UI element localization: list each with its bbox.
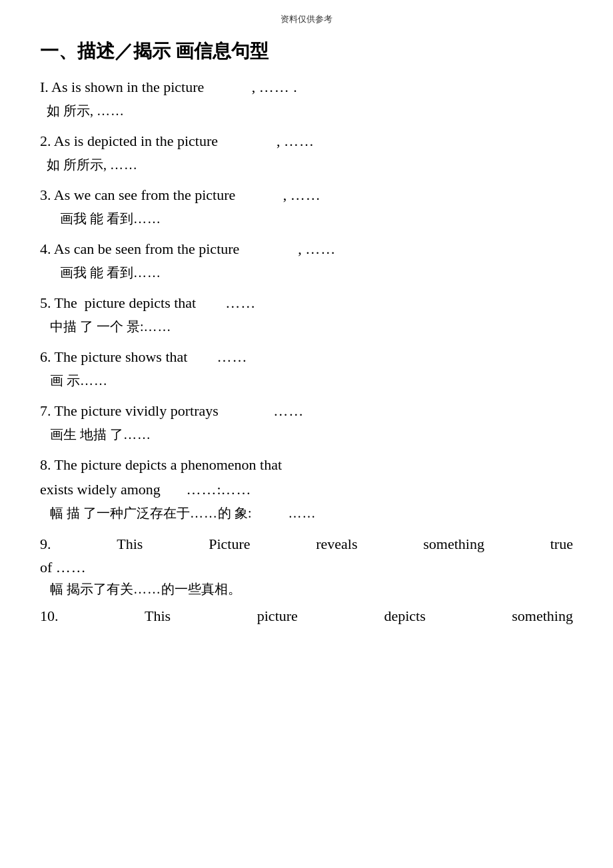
- sentence-9-word-picture: Picture: [209, 532, 250, 556]
- header-note: 资料仅供参考: [40, 13, 573, 25]
- sentence-6-chinese: 画 示……: [40, 370, 573, 390]
- sentence-5: 5. The picture depicts that …… 中描 了 一个 景…: [40, 292, 573, 336]
- sentence-9-line1: 9. This Picture reveals something true: [40, 532, 573, 556]
- sentence-7-english: 7. The picture vividly portrays ……: [40, 400, 573, 422]
- sentence-2-english: 2. As is depicted in the picture , ……: [40, 130, 573, 152]
- sentence-8-chinese: 幅 描 了一种广泛存在于……的 象: ……: [40, 503, 573, 523]
- sentence-3-chinese: 画我 能 看到……: [40, 209, 573, 228]
- sentence-9: 9. This Picture reveals something true o…: [40, 532, 573, 599]
- sentence-10-word-picture: picture: [257, 604, 298, 628]
- sentence-4-english: 4. As can be seen from the picture , ……: [40, 238, 573, 260]
- sentence-2-chinese: 如 所所示, ……: [40, 155, 573, 175]
- sentence-10-number: 10.: [40, 604, 59, 628]
- sentence-9-word-this: This: [117, 532, 143, 556]
- sentence-3: 3. As we can see from the picture , …… 画…: [40, 184, 573, 228]
- sentence-9-chinese: 幅 揭示了有关……的一些真相。: [40, 579, 573, 599]
- page-container: 资料仅供参考 一、描述／揭示 画信息句型 I. As is shown in t…: [0, 0, 613, 868]
- sentence-10-word-something: something: [512, 604, 573, 628]
- sentence-5-chinese: 中描 了 一个 景:……: [40, 316, 573, 336]
- sentence-10-word-this: This: [145, 604, 171, 628]
- sentence-5-english: 5. The picture depicts that ……: [40, 292, 573, 314]
- sentence-6-english: 6. The picture shows that ……: [40, 346, 573, 368]
- sentence-9-number: 9.: [40, 532, 51, 556]
- sentence-9-english: 9. This Picture reveals something true o…: [40, 532, 573, 579]
- sentence-9-word-true: true: [550, 532, 573, 556]
- sentence-8-english-line1: 8. The picture depicts a phenomenon that: [40, 454, 573, 476]
- section-title: 一、描述／揭示 画信息句型: [40, 39, 573, 64]
- sentence-8-english-line2: exists widely among ……:……: [40, 478, 573, 500]
- sentence-10-word-depicts: depicts: [384, 604, 425, 628]
- sentence-6: 6. The picture shows that …… 画 示……: [40, 346, 573, 390]
- sentence-4-chinese: 画我 能 看到……: [40, 262, 573, 282]
- sentence-1-english: I. As is shown in the picture , …… .: [40, 76, 573, 98]
- sentence-4: 4. As can be seen from the picture , …… …: [40, 238, 573, 282]
- sentence-10: 10. This picture depicts something: [40, 604, 573, 628]
- sentence-8: 8. The picture depicts a phenomenon that…: [40, 454, 573, 523]
- sentence-7: 7. The picture vividly portrays …… 画生 地描…: [40, 400, 573, 444]
- sentence-1-chinese: 如 所示, ……: [40, 101, 573, 121]
- sentence-2: 2. As is depicted in the picture , …… 如 …: [40, 130, 573, 175]
- sentence-9-word-something: something: [423, 532, 484, 556]
- sentence-9-line2: of ……: [40, 556, 573, 579]
- sentence-10-english: 10. This picture depicts something: [40, 604, 573, 628]
- sentence-7-chinese: 画生 地描 了……: [40, 424, 573, 444]
- sentence-9-word-reveals: reveals: [316, 532, 357, 556]
- sentence-1: I. As is shown in the picture , …… . 如 所…: [40, 76, 573, 121]
- sentence-3-english: 3. As we can see from the picture , ……: [40, 184, 573, 206]
